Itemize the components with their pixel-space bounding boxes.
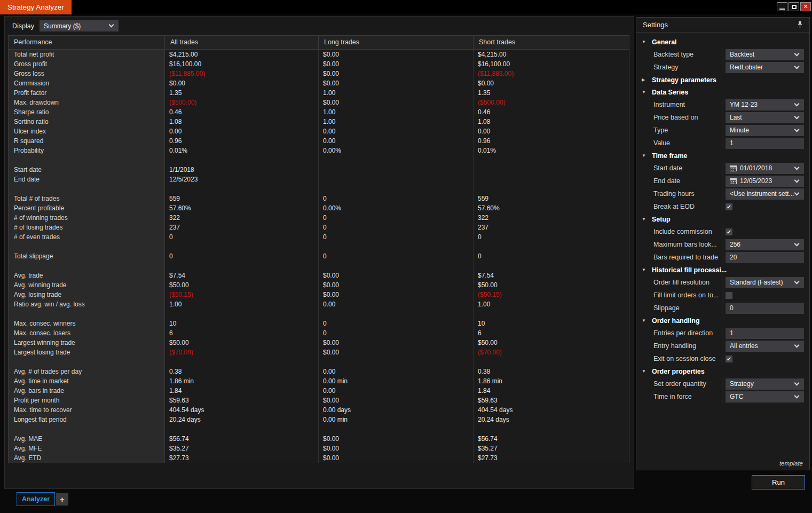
minimize-button[interactable] (777, 2, 787, 11)
settings-section-setup[interactable]: ▼Setup (636, 213, 809, 225)
calendar-icon (730, 178, 737, 184)
bars-required-to-trade-input[interactable]: 20 (726, 252, 804, 263)
row-value: 0 (474, 251, 629, 261)
row-label: Avg. MAE (9, 434, 165, 444)
setting-row: Order fill resolutionStandard (Fastest) (636, 276, 809, 289)
row-value: 57.60% (165, 203, 319, 213)
row-value: 0 (319, 223, 474, 232)
strategy-dropdown[interactable]: RedLobster (726, 62, 804, 73)
table-row: Commission$0.00$0.00$0.00 (9, 78, 629, 88)
setting-row: Fill limit orders on to... (636, 289, 809, 302)
set-order-quantity-dropdown[interactable]: Strategy (726, 378, 804, 390)
row-value (474, 165, 629, 175)
setting-label: Fill limit orders on to... (636, 289, 722, 302)
settings-section-general[interactable]: ▼General (636, 36, 809, 48)
break-at-eod-checkbox[interactable]: ✔ (726, 203, 732, 210)
table-row: Start date1/1/2018 (9, 165, 629, 175)
end-date-dropdown[interactable]: 12/05/2023 (726, 176, 804, 187)
row-value: 0.46 (165, 107, 319, 117)
row-value: $0.00 (319, 396, 474, 405)
row-value: 0.00 (165, 127, 319, 136)
section-label: Strategy parameters (652, 76, 716, 84)
include-commission-checkbox[interactable]: ✔ (726, 228, 732, 235)
trading-hours-dropdown[interactable]: <Use instrument sett... (726, 188, 804, 200)
table-row: Sharpe ratio0.461.000.46 (9, 107, 629, 117)
gap-cell (9, 242, 165, 251)
row-value: $4,215.00 (474, 50, 629, 59)
entries-per-direction-input[interactable]: 1 (726, 328, 804, 339)
row-value: 1.00 (319, 117, 474, 127)
column-header-short-trades: Short trades (474, 36, 629, 49)
table-gap-row (9, 261, 629, 271)
row-value: $50.00 (165, 280, 319, 290)
price-based-on-dropdown[interactable]: Last (726, 112, 804, 123)
maximize-button[interactable] (789, 2, 799, 11)
table-row: Gross loss($11,885.00)$0.00($11,885.00) (9, 69, 629, 78)
entry-handling-dropdown[interactable]: All entries (726, 341, 804, 352)
row-value: 1.84 (165, 386, 319, 396)
row-value: 559 (165, 194, 319, 203)
row-label: Total slippage (9, 251, 165, 261)
fill-limit-orders-on-to-checkbox[interactable] (726, 292, 732, 299)
close-button[interactable]: ✕ (800, 2, 811, 11)
row-value: 0.46 (474, 107, 629, 117)
chevron-down-icon: ▼ (642, 217, 647, 222)
chevron-down-icon: ▼ (642, 318, 647, 323)
tab-analyzer[interactable]: Analyzer (17, 492, 55, 506)
run-button[interactable]: Run (752, 475, 805, 490)
settings-section-time-frame[interactable]: ▼Time frame (636, 149, 809, 162)
table-row: Gross profit$16,100.00$0.00$16,100.00 (9, 59, 629, 69)
settings-section-historical-fill-processi[interactable]: ▼Historical fill processi... (636, 264, 809, 276)
chevron-down-icon (794, 190, 800, 195)
gap-cell (165, 242, 319, 251)
row-value (319, 165, 474, 175)
row-value: $0.00 (319, 434, 474, 444)
setting-row: Bars required to trade20 (636, 251, 809, 264)
chevron-down-icon: ▼ (642, 369, 647, 374)
backtest-type-dropdown[interactable]: Backtest (726, 49, 804, 60)
setting-row: Time in forceGTC (636, 390, 809, 403)
row-label: Ratio avg. win / avg. loss (9, 299, 165, 309)
settings-section-data-series[interactable]: ▼Data Series (636, 86, 809, 98)
chevron-down-icon (794, 241, 800, 246)
row-label: # of even trades (9, 232, 165, 242)
row-label: Gross loss (9, 69, 165, 78)
value-input[interactable]: 1 (726, 138, 804, 149)
settings-section-order-properties[interactable]: ▼Order properties (636, 365, 809, 377)
settings-section-order-handling[interactable]: ▼Order handling (636, 314, 809, 327)
row-value: 10 (474, 319, 629, 328)
display-dropdown[interactable]: Summary ($) (40, 20, 119, 31)
gap-cell (474, 242, 629, 251)
row-value: $4,215.00 (165, 50, 319, 59)
row-value: $16,100.00 (474, 59, 629, 69)
row-label: Avg. ETD (9, 453, 165, 463)
row-value: 0 (319, 319, 474, 328)
maximum-bars-look-dropdown[interactable]: 256 (726, 239, 804, 250)
pin-icon[interactable] (797, 21, 803, 29)
gap-cell (319, 357, 474, 367)
setting-label: Set order quantity (636, 377, 722, 390)
row-value: $0.00 (319, 348, 474, 357)
row-value: 0.01% (165, 146, 319, 155)
gap-cell (9, 424, 165, 434)
gap-cell (474, 424, 629, 434)
chevron-down-icon (794, 380, 800, 385)
row-label: Commission (9, 78, 165, 88)
slippage-input[interactable]: 0 (726, 303, 804, 314)
type-dropdown[interactable]: Minute (726, 125, 804, 136)
setting-label: Slippage (636, 302, 722, 314)
setting-label: Entry handling (636, 340, 722, 352)
add-tab-button[interactable]: + (56, 493, 68, 506)
setting-label: Trading hours (636, 187, 722, 200)
start-date-dropdown[interactable]: 01/01/2018 (726, 163, 804, 174)
exit-on-session-close-checkbox[interactable]: ✔ (726, 356, 732, 362)
order-fill-resolution-dropdown[interactable]: Standard (Fastest) (726, 277, 804, 288)
setting-label: Backtest type (636, 48, 722, 61)
row-value: 0.00 (319, 386, 474, 396)
table-row: End date12/5/2023 (9, 175, 629, 184)
time-in-force-dropdown[interactable]: GTC (726, 391, 804, 402)
settings-section-strategy-parameters[interactable]: ▶Strategy parameters (636, 74, 809, 86)
window-title-tab[interactable]: Strategy Analyzer (0, 0, 72, 14)
instrument-dropdown[interactable]: YM 12-23 (726, 99, 804, 111)
chevron-down-icon (794, 342, 800, 348)
